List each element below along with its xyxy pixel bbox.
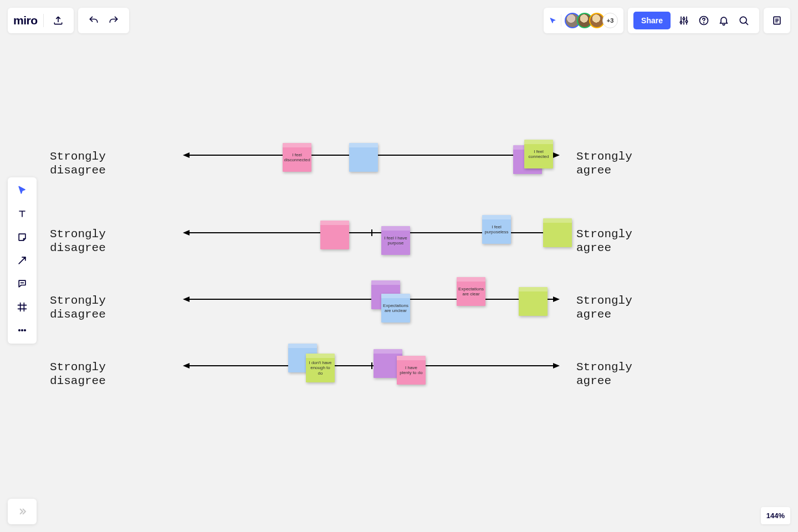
notes-button[interactable]	[767, 11, 787, 30]
redo-icon	[108, 14, 120, 27]
sticky-note[interactable]: I have plenty to do	[397, 356, 426, 385]
infinite-canvas[interactable]: StronglydisagreeStronglyagreeI feel disc…	[0, 0, 798, 532]
scale-label-right: Stronglyagree	[576, 294, 654, 321]
sticky-note[interactable]: I feel purposeless	[482, 215, 511, 244]
arrow-tool[interactable]	[16, 254, 29, 267]
scale-label-right: Stronglyagree	[576, 360, 654, 388]
svg-marker-1	[183, 152, 190, 158]
likert-scale-row: StronglydisagreeStronglyagreeI feel I ha…	[122, 233, 676, 266]
comments-group	[764, 8, 790, 33]
sticky-note[interactable]: Expectations are unclear	[381, 294, 410, 323]
scale-label-right: Stronglyagree	[576, 150, 654, 177]
sticky-note[interactable]	[320, 221, 349, 249]
scale-axis	[183, 366, 560, 366]
notes-icon	[771, 14, 783, 27]
undo-button[interactable]	[84, 11, 104, 30]
svg-point-18	[24, 330, 26, 331]
text-tool[interactable]	[16, 207, 29, 221]
svg-marker-11	[553, 363, 560, 369]
collaborator-avatars[interactable]: +3	[564, 13, 618, 28]
collapse-panel-button[interactable]	[8, 499, 37, 524]
help-button[interactable]	[694, 11, 714, 30]
likert-scale-row: StronglydisagreeStronglyagreeI feel disc…	[122, 155, 676, 188]
sticky-note[interactable]	[543, 218, 572, 247]
frame-tool[interactable]	[16, 300, 29, 314]
svg-marker-4	[183, 230, 190, 236]
comment-tool[interactable]	[16, 277, 29, 290]
scale-label-left: Stronglydisagree	[50, 227, 116, 255]
sticky-note[interactable]: Expectations are clear	[457, 277, 485, 306]
share-button[interactable]: Share	[633, 12, 671, 29]
app-logo[interactable]: miro	[13, 14, 44, 27]
sliders-icon	[678, 14, 690, 27]
history-group	[78, 8, 129, 33]
svg-marker-7	[183, 296, 190, 302]
sticky-note[interactable]	[349, 143, 378, 172]
redo-button[interactable]	[104, 11, 124, 30]
logo-group: miro	[8, 8, 74, 33]
bell-icon	[718, 14, 730, 27]
select-tool[interactable]	[16, 184, 29, 197]
search-icon	[738, 14, 750, 27]
top-bar: miro +3 Share	[0, 8, 798, 34]
sticky-note-tool[interactable]	[16, 231, 29, 244]
scale-label-left: Stronglydisagree	[50, 150, 116, 177]
zoom-level[interactable]: 144%	[761, 507, 790, 524]
presence-group: +3	[544, 8, 623, 33]
svg-point-13	[704, 23, 704, 23]
scale-label-right: Stronglyagree	[576, 227, 654, 255]
scale-label-left: Stronglydisagree	[50, 294, 116, 321]
svg-point-16	[19, 330, 21, 331]
sticky-note[interactable]: I don't have enough to do	[306, 354, 335, 382]
svg-marker-2	[553, 152, 560, 158]
notifications-button[interactable]	[714, 11, 734, 30]
settings-button[interactable]	[674, 11, 694, 30]
upload-icon	[52, 14, 64, 27]
svg-point-14	[740, 17, 746, 23]
sticky-note[interactable]: I feel I have purpose	[381, 226, 410, 255]
export-button[interactable]	[48, 11, 68, 30]
avatar-overflow[interactable]: +3	[602, 13, 618, 28]
sticky-note[interactable]: I feel connected	[524, 140, 553, 168]
svg-marker-10	[183, 363, 190, 369]
presentation-cursor-icon[interactable]	[549, 14, 561, 27]
likert-scale-row: StronglydisagreeStronglyagreeI don't hav…	[122, 366, 676, 399]
help-icon	[698, 14, 710, 27]
undo-icon	[88, 14, 100, 27]
search-button[interactable]	[734, 11, 754, 30]
left-toolbar	[8, 177, 37, 344]
sticky-note[interactable]	[519, 287, 548, 316]
svg-marker-8	[553, 296, 560, 302]
sticky-note[interactable]: I feel disconnected	[283, 143, 311, 172]
more-tools[interactable]	[16, 324, 29, 337]
scale-label-left: Stronglydisagree	[50, 360, 116, 388]
svg-point-17	[22, 330, 23, 331]
actions-group: Share	[628, 8, 759, 33]
likert-scale-row: StronglydisagreeStronglyagreeExpectation…	[122, 299, 676, 332]
